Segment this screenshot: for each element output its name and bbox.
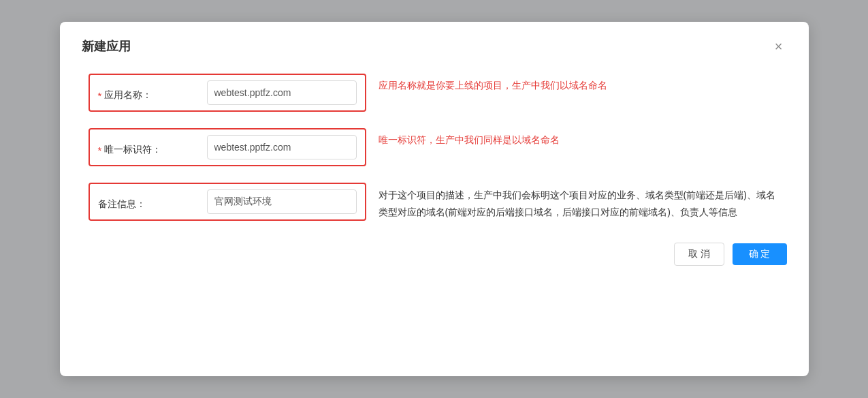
notes-label: 备注信息： — [98, 198, 146, 211]
dialog-footer: 取 消 确 定 — [82, 243, 787, 266]
confirm-button[interactable]: 确 定 — [733, 243, 787, 265]
unique-id-required-star: * — [98, 144, 102, 156]
close-button[interactable]: × — [771, 38, 787, 55]
dialog-body: * 应用名称： 应用名称就是你要上线的项目，生产中我们以域名命名 * 唯一标识符… — [82, 74, 787, 221]
unique-id-label-area: * 唯一标识符： — [98, 138, 207, 156]
dialog-overlay: 新建应用 × * 应用名称： 应用名称就是你要上线的项目，生产中我们以域名命名 — [0, 0, 868, 398]
app-name-label: 应用名称： — [104, 89, 152, 102]
app-name-input-group: * 应用名称： — [89, 74, 366, 112]
notes-row: 备注信息： 对于这个项目的描述，生产中我们会标明这个项目对应的业务、域名类型(前… — [89, 183, 780, 221]
unique-id-hint: 唯一标识符，生产中我们同样是以域名命名 — [379, 128, 560, 147]
app-name-hint: 应用名称就是你要上线的项目，生产中我们以域名命名 — [379, 74, 607, 93]
unique-id-input-group: * 唯一标识符： — [89, 128, 366, 166]
notes-hint: 对于这个项目的描述，生产中我们会标明这个项目对应的业务、域名类型(前端还是后端)… — [379, 183, 780, 220]
dialog-header: 新建应用 × — [82, 38, 787, 55]
unique-id-input[interactable] — [207, 135, 357, 159]
app-name-required-star: * — [98, 90, 102, 102]
app-name-row: * 应用名称： 应用名称就是你要上线的项目，生产中我们以域名命名 — [89, 74, 780, 112]
notes-input[interactable] — [207, 189, 357, 214]
notes-label-area: 备注信息： — [98, 193, 207, 211]
dialog: 新建应用 × * 应用名称： 应用名称就是你要上线的项目，生产中我们以域名命名 — [60, 22, 809, 376]
notes-input-group: 备注信息： — [89, 183, 366, 221]
app-name-label-area: * 应用名称： — [98, 84, 207, 102]
unique-id-label: 唯一标识符： — [104, 144, 161, 156]
app-name-input[interactable] — [207, 80, 357, 105]
unique-id-row: * 唯一标识符： 唯一标识符，生产中我们同样是以域名命名 — [89, 128, 780, 166]
dialog-title: 新建应用 — [82, 38, 131, 55]
cancel-button[interactable]: 取 消 — [674, 243, 724, 266]
